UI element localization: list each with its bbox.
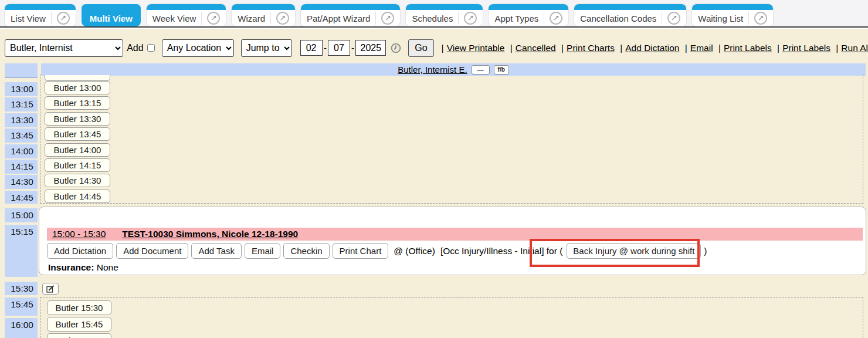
slot-button[interactable]: Butler 13:45 [45, 127, 110, 141]
time-label: 15:15 [5, 225, 38, 277]
tab-open-button[interactable]: ↗ [458, 12, 477, 25]
tab-top-accent [232, 4, 295, 10]
tab-appt-types[interactable]: Appt Types ↗ [489, 4, 568, 26]
add-task-button[interactable]: Add Task [191, 243, 241, 259]
link-print-labels-1[interactable]: Print Labels [724, 43, 772, 53]
add-label: Add [127, 43, 143, 53]
tab-top-accent [489, 4, 568, 10]
slot-button[interactable]: Butler 14:30 [45, 174, 110, 187]
tab-list-view[interactable]: List View ↗ [5, 4, 76, 26]
add-dictation-button[interactable]: Add Dictation [47, 243, 113, 259]
open-new-window-icon[interactable]: ↗ [381, 12, 394, 25]
time-label: 14:30 [5, 175, 38, 189]
tab-cancellation-codes[interactable]: Cancellation Codes ↗ [574, 4, 686, 26]
print-chart-button[interactable]: Print Chart [333, 243, 389, 259]
slot-button[interactable]: Butler 15:30 [47, 300, 111, 315]
tab-open-button[interactable]: ↗ [51, 12, 70, 25]
tab-open-button[interactable]: ↗ [270, 12, 289, 25]
tab-pat-appt-wizard[interactable]: Pat/Appt Wizard ↗ [301, 4, 400, 26]
slot-button[interactable]: Butler 13:00 [45, 81, 110, 94]
tab-label: Week View [152, 13, 196, 23]
slot-button[interactable]: Butler 14:45 [45, 190, 110, 203]
tab-week-view[interactable]: Week View ↗ [147, 4, 226, 26]
time-label: 15:45 [5, 298, 38, 316]
time-label: 13:45 [5, 129, 38, 143]
link-separator: | [510, 43, 513, 53]
edit-slot-button[interactable] [42, 283, 59, 295]
link-separator: | [561, 43, 564, 53]
fb-button[interactable]: f/b [494, 65, 509, 75]
link-add-dictation[interactable]: Add Dictation [625, 43, 679, 53]
tab-open-button[interactable]: ↗ [748, 12, 767, 25]
open-new-window-icon[interactable]: ↗ [464, 12, 477, 25]
tab-wizard[interactable]: Wizard ↗ [232, 4, 295, 26]
time-column-header [5, 63, 38, 76]
tab-schedules[interactable]: Schedules ↗ [406, 4, 483, 26]
slot-button[interactable]: Butler 14:15 [45, 158, 110, 172]
collapse-button[interactable]: — [472, 65, 490, 75]
add-document-button[interactable]: Add Document [116, 243, 188, 259]
tab-top-accent [692, 4, 773, 10]
tab-waiting-list[interactable]: Waiting List ↗ [692, 4, 773, 26]
tab-top-accent [5, 4, 76, 10]
time-label: 13:00 [5, 82, 38, 96]
link-run-all[interactable]: Run Al [841, 43, 868, 53]
slot-button[interactable]: Butler 13:15 [45, 96, 110, 110]
link-separator: | [620, 43, 622, 53]
open-new-window-icon[interactable]: ↗ [667, 12, 680, 25]
slot-button[interactable]: Butler 16:00 [47, 333, 111, 338]
date-month-input[interactable] [300, 40, 323, 56]
insurance-line: Insurance: None [48, 262, 118, 273]
time-label: 13:15 [5, 97, 38, 111]
tab-open-button[interactable]: ↗ [201, 12, 220, 25]
add-checkbox[interactable] [147, 43, 155, 52]
jump-to-select[interactable]: Jump to [241, 39, 292, 57]
link-cancelled[interactable]: Cancelled [516, 43, 556, 53]
insurance-value: None [97, 262, 118, 272]
appointment-location-text: @ (Office) [394, 246, 435, 256]
open-new-window-icon[interactable]: ↗ [57, 12, 70, 25]
tab-multi-view[interactable]: Multi View [82, 4, 141, 26]
provider-header-link[interactable]: Butler, Internist E. [398, 65, 467, 75]
link-view-printable[interactable]: View Printable [447, 43, 505, 53]
open-new-window-icon[interactable]: ↗ [276, 12, 289, 25]
open-new-window-icon[interactable]: ↗ [550, 12, 562, 25]
email-button[interactable]: Email [245, 243, 281, 259]
time-label: 13:30 [5, 113, 38, 127]
open-new-window-icon[interactable]: ↗ [754, 12, 767, 25]
tab-label: Cancellation Codes [580, 13, 656, 23]
slot-region-lower [40, 297, 863, 338]
slot-button[interactable]: Butler 15:45 [47, 317, 111, 332]
date-separator: - [324, 43, 327, 53]
link-separator: | [442, 43, 444, 53]
tab-top-accent [406, 4, 483, 10]
link-print-labels-2[interactable]: Print Labels [782, 43, 830, 53]
slot-button[interactable]: Butler 14:00 [45, 143, 110, 157]
tab-open-button[interactable]: ↗ [662, 12, 680, 25]
slot-button[interactable]: Butler 13:30 [45, 112, 110, 126]
appointment-header: 15:00 - 15:30 TEST-10030 Simmons, Nicole… [47, 228, 863, 241]
time-label: 14:15 [5, 160, 38, 174]
checkin-button[interactable]: Checkin [283, 243, 329, 259]
tab-label: Appt Types [494, 13, 538, 23]
clock-icon[interactable] [391, 42, 401, 55]
tab-label: Multi View [87, 13, 135, 23]
insurance-label: Insurance: [48, 262, 94, 272]
tab-open-button[interactable]: ↗ [544, 12, 562, 25]
time-label: 16:00 [5, 318, 38, 338]
link-print-charts[interactable]: Print Charts [567, 43, 615, 53]
appointment-reason-button[interactable]: Back Injury @ work during shift [567, 243, 701, 259]
appointment-time-link[interactable]: 15:00 - 15:30 [52, 229, 106, 239]
location-select[interactable]: Any Location [162, 39, 234, 57]
date-year-input[interactable] [355, 40, 386, 56]
go-button[interactable]: Go [408, 39, 433, 57]
link-separator: | [685, 43, 687, 53]
provider-select[interactable]: Butler, Internist [5, 39, 123, 57]
date-day-input[interactable] [328, 40, 350, 56]
link-email[interactable]: Email [690, 43, 713, 53]
patient-link[interactable]: TEST-10030 Simmons, Nicole 12-18-1990 [122, 229, 298, 239]
tab-label: Schedules [412, 13, 453, 23]
open-new-window-icon[interactable]: ↗ [207, 12, 220, 25]
tab-open-button[interactable]: ↗ [375, 12, 394, 25]
tab-top-accent [574, 4, 686, 10]
